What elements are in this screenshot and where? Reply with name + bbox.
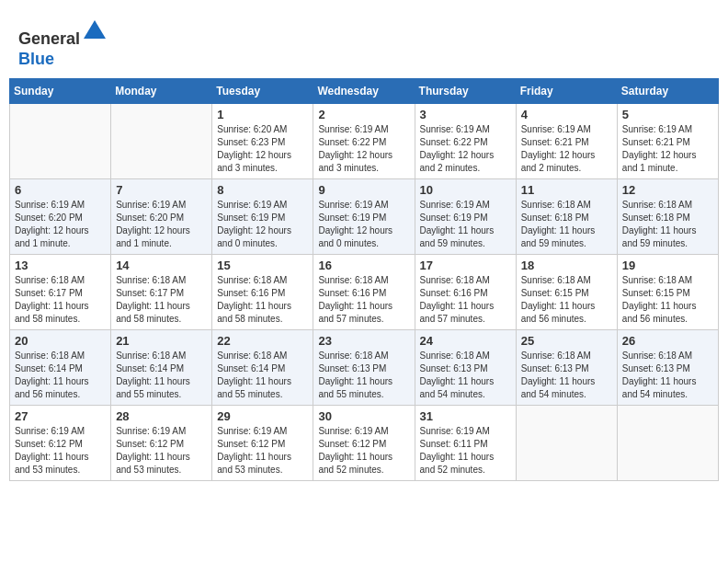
calendar-day-cell: 9Sunrise: 6:19 AM Sunset: 6:19 PM Daylig…	[313, 179, 415, 255]
day-number: 4	[521, 108, 612, 121]
calendar-day-cell	[111, 104, 212, 179]
calendar-day-cell: 2Sunrise: 6:19 AM Sunset: 6:22 PM Daylig…	[313, 104, 415, 179]
calendar-day-cell: 26Sunrise: 6:18 AM Sunset: 6:13 PM Dayli…	[617, 330, 718, 406]
calendar-day-cell: 4Sunrise: 6:19 AM Sunset: 6:21 PM Daylig…	[516, 104, 617, 179]
calendar-day-cell: 12Sunrise: 6:18 AM Sunset: 6:18 PM Dayli…	[617, 179, 718, 255]
calendar-day-cell: 6Sunrise: 6:19 AM Sunset: 6:20 PM Daylig…	[10, 179, 111, 255]
day-number: 8	[217, 183, 308, 197]
calendar-day-cell: 28Sunrise: 6:19 AM Sunset: 6:12 PM Dayli…	[111, 406, 212, 481]
calendar-day-cell: 31Sunrise: 6:19 AM Sunset: 6:11 PM Dayli…	[415, 406, 516, 481]
day-number: 7	[116, 183, 207, 197]
day-number: 6	[15, 183, 106, 197]
day-number: 3	[420, 108, 511, 121]
calendar-day-cell: 14Sunrise: 6:18 AM Sunset: 6:17 PM Dayli…	[111, 255, 212, 330]
calendar-day-cell: 10Sunrise: 6:19 AM Sunset: 6:19 PM Dayli…	[415, 179, 516, 255]
calendar-day-cell	[617, 406, 718, 481]
day-info: Sunrise: 6:18 AM Sunset: 6:16 PM Dayligh…	[217, 274, 308, 326]
calendar-day-cell: 11Sunrise: 6:18 AM Sunset: 6:18 PM Dayli…	[516, 179, 617, 255]
day-number: 19	[622, 259, 713, 272]
day-number: 28	[116, 409, 207, 423]
calendar-day-cell: 21Sunrise: 6:18 AM Sunset: 6:14 PM Dayli…	[111, 330, 212, 406]
logo-blue: Blue	[18, 50, 54, 68]
day-number: 1	[217, 108, 308, 121]
logo-icon	[82, 18, 108, 44]
day-number: 10	[420, 183, 511, 197]
day-number: 26	[622, 334, 713, 348]
calendar-table: SundayMondayTuesdayWednesdayThursdayFrid…	[9, 78, 719, 481]
day-number: 17	[420, 259, 511, 272]
day-info: Sunrise: 6:18 AM Sunset: 6:16 PM Dayligh…	[420, 274, 511, 326]
day-info: Sunrise: 6:18 AM Sunset: 6:15 PM Dayligh…	[521, 274, 612, 326]
calendar-body: 1Sunrise: 6:20 AM Sunset: 6:23 PM Daylig…	[10, 104, 719, 481]
calendar-day-cell: 7Sunrise: 6:19 AM Sunset: 6:20 PM Daylig…	[111, 179, 212, 255]
calendar-day-cell: 30Sunrise: 6:19 AM Sunset: 6:12 PM Dayli…	[313, 406, 415, 481]
day-number: 11	[521, 183, 612, 197]
calendar-header-cell: Monday	[111, 79, 212, 104]
day-number: 23	[318, 334, 409, 348]
calendar-week-row: 20Sunrise: 6:18 AM Sunset: 6:14 PM Dayli…	[10, 330, 719, 406]
logo: General Blue	[18, 18, 108, 69]
calendar-header-row: SundayMondayTuesdayWednesdayThursdayFrid…	[10, 79, 719, 104]
day-info: Sunrise: 6:19 AM Sunset: 6:19 PM Dayligh…	[420, 199, 511, 250]
day-info: Sunrise: 6:18 AM Sunset: 6:13 PM Dayligh…	[420, 350, 511, 401]
day-info: Sunrise: 6:18 AM Sunset: 6:18 PM Dayligh…	[521, 199, 612, 250]
calendar-day-cell	[10, 104, 111, 179]
day-info: Sunrise: 6:19 AM Sunset: 6:11 PM Dayligh…	[420, 425, 511, 477]
calendar-header-cell: Sunday	[10, 79, 111, 104]
day-number: 16	[318, 259, 409, 272]
day-info: Sunrise: 6:19 AM Sunset: 6:19 PM Dayligh…	[318, 199, 409, 250]
calendar-week-row: 27Sunrise: 6:19 AM Sunset: 6:12 PM Dayli…	[10, 406, 719, 481]
calendar-day-cell: 22Sunrise: 6:18 AM Sunset: 6:14 PM Dayli…	[212, 330, 313, 406]
calendar-header-cell: Wednesday	[313, 79, 415, 104]
day-info: Sunrise: 6:18 AM Sunset: 6:14 PM Dayligh…	[217, 350, 308, 401]
calendar-day-cell: 25Sunrise: 6:18 AM Sunset: 6:13 PM Dayli…	[516, 330, 617, 406]
calendar-day-cell: 3Sunrise: 6:19 AM Sunset: 6:22 PM Daylig…	[415, 104, 516, 179]
calendar-day-cell: 23Sunrise: 6:18 AM Sunset: 6:13 PM Dayli…	[313, 330, 415, 406]
day-info: Sunrise: 6:18 AM Sunset: 6:16 PM Dayligh…	[318, 274, 409, 326]
day-info: Sunrise: 6:19 AM Sunset: 6:12 PM Dayligh…	[116, 425, 207, 477]
day-info: Sunrise: 6:19 AM Sunset: 6:20 PM Dayligh…	[116, 199, 207, 250]
day-info: Sunrise: 6:18 AM Sunset: 6:17 PM Dayligh…	[15, 274, 106, 326]
calendar-day-cell: 16Sunrise: 6:18 AM Sunset: 6:16 PM Dayli…	[313, 255, 415, 330]
day-number: 14	[116, 259, 207, 272]
day-number: 27	[15, 409, 106, 423]
logo-general: General	[18, 29, 80, 48]
calendar-day-cell: 29Sunrise: 6:19 AM Sunset: 6:12 PM Dayli…	[212, 406, 313, 481]
day-info: Sunrise: 6:18 AM Sunset: 6:13 PM Dayligh…	[318, 350, 409, 401]
day-info: Sunrise: 6:19 AM Sunset: 6:12 PM Dayligh…	[217, 425, 308, 477]
calendar-day-cell: 20Sunrise: 6:18 AM Sunset: 6:14 PM Dayli…	[10, 330, 111, 406]
day-info: Sunrise: 6:19 AM Sunset: 6:19 PM Dayligh…	[217, 199, 308, 250]
calendar-day-cell: 24Sunrise: 6:18 AM Sunset: 6:13 PM Dayli…	[415, 330, 516, 406]
day-number: 12	[622, 183, 713, 197]
svg-marker-0	[84, 20, 106, 39]
day-info: Sunrise: 6:18 AM Sunset: 6:14 PM Dayligh…	[15, 350, 106, 401]
day-info: Sunrise: 6:19 AM Sunset: 6:22 PM Dayligh…	[318, 123, 409, 175]
day-info: Sunrise: 6:20 AM Sunset: 6:23 PM Dayligh…	[217, 123, 308, 175]
calendar-week-row: 6Sunrise: 6:19 AM Sunset: 6:20 PM Daylig…	[10, 179, 719, 255]
calendar-week-row: 1Sunrise: 6:20 AM Sunset: 6:23 PM Daylig…	[10, 104, 719, 179]
calendar-week-row: 13Sunrise: 6:18 AM Sunset: 6:17 PM Dayli…	[10, 255, 719, 330]
day-info: Sunrise: 6:18 AM Sunset: 6:13 PM Dayligh…	[622, 350, 713, 401]
day-number: 20	[15, 334, 106, 348]
page-header: General Blue	[9, 9, 719, 74]
day-info: Sunrise: 6:19 AM Sunset: 6:21 PM Dayligh…	[521, 123, 612, 175]
day-number: 29	[217, 409, 308, 423]
day-number: 18	[521, 259, 612, 272]
day-info: Sunrise: 6:18 AM Sunset: 6:13 PM Dayligh…	[521, 350, 612, 401]
day-number: 9	[318, 183, 409, 197]
day-number: 30	[318, 409, 409, 423]
calendar-day-cell: 1Sunrise: 6:20 AM Sunset: 6:23 PM Daylig…	[212, 104, 313, 179]
day-info: Sunrise: 6:18 AM Sunset: 6:15 PM Dayligh…	[622, 274, 713, 326]
day-number: 22	[217, 334, 308, 348]
calendar-header-cell: Saturday	[617, 79, 718, 104]
calendar-header-cell: Tuesday	[212, 79, 313, 104]
calendar-day-cell: 8Sunrise: 6:19 AM Sunset: 6:19 PM Daylig…	[212, 179, 313, 255]
day-info: Sunrise: 6:18 AM Sunset: 6:17 PM Dayligh…	[116, 274, 207, 326]
day-number: 5	[622, 108, 713, 121]
day-info: Sunrise: 6:19 AM Sunset: 6:21 PM Dayligh…	[622, 123, 713, 175]
day-info: Sunrise: 6:19 AM Sunset: 6:20 PM Dayligh…	[15, 199, 106, 250]
calendar-header-cell: Thursday	[415, 79, 516, 104]
day-info: Sunrise: 6:19 AM Sunset: 6:12 PM Dayligh…	[15, 425, 106, 477]
day-info: Sunrise: 6:18 AM Sunset: 6:18 PM Dayligh…	[622, 199, 713, 250]
day-number: 13	[15, 259, 106, 272]
